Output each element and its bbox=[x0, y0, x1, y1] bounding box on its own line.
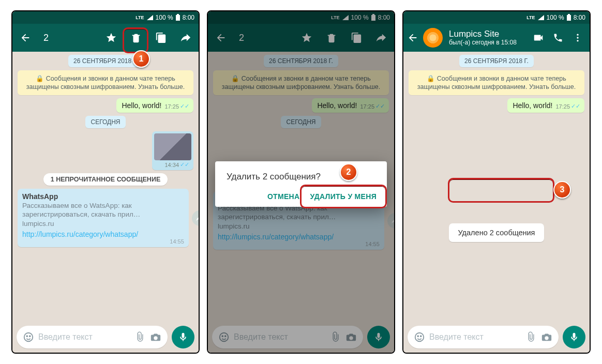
delete-dialog: Удалить 2 сообщения? ОТМЕНА УДАЛИТЬ У МЕ… bbox=[215, 161, 387, 207]
svg-rect-0 bbox=[176, 15, 180, 21]
message-text: Hello, world! bbox=[122, 101, 161, 110]
battery-icon bbox=[566, 14, 571, 21]
read-ticks-icon: ✓✓ bbox=[180, 161, 189, 168]
battery-icon bbox=[175, 14, 180, 21]
callout-badge-2: 2 bbox=[340, 163, 357, 181]
deletion-toast: Удалено 2 сообщения bbox=[449, 223, 545, 242]
message-input-bar: Введите текст bbox=[408, 326, 585, 348]
svg-point-4 bbox=[29, 336, 31, 337]
message-time: 17:25✓✓ bbox=[555, 103, 580, 110]
callout-badge-3: 3 bbox=[553, 181, 571, 199]
svg-rect-10 bbox=[567, 15, 571, 21]
battery-percent: 100 % bbox=[547, 14, 564, 21]
forward-button[interactable] bbox=[176, 28, 195, 48]
dialog-cancel-button[interactable]: ОТМЕНА bbox=[267, 192, 299, 201]
status-bar: LTE 100 % 8:00 bbox=[12, 11, 199, 24]
message-image-selected[interactable]: 14:34✓✓ bbox=[152, 131, 193, 170]
mic-button[interactable] bbox=[563, 326, 585, 348]
emoji-icon[interactable] bbox=[21, 331, 36, 343]
chat-header[interactable]: Lumpics Site был(-а) сегодня в 15:08 bbox=[403, 24, 590, 52]
selection-count: 2 bbox=[43, 33, 96, 43]
mic-button[interactable] bbox=[172, 326, 194, 348]
phone-screenshot-2: LTE 100 % 8:00 2 26 СЕНТЯБРЯ 2018 Г. 🔒 С… bbox=[207, 10, 395, 354]
message-time: 14:55 bbox=[22, 238, 184, 245]
copy-button[interactable] bbox=[151, 28, 171, 48]
encryption-notice[interactable]: 🔒 Сообщения и звонки в данном чате тепер… bbox=[409, 70, 584, 95]
contact-status: был(-а) сегодня в 15:08 bbox=[449, 39, 525, 46]
message-text: Hello, world! bbox=[513, 101, 552, 110]
message-input[interactable]: Введите текст bbox=[17, 326, 168, 348]
message-input[interactable]: Введите текст bbox=[408, 326, 559, 348]
contact-name: Lumpics Site bbox=[449, 29, 525, 39]
attach-icon[interactable] bbox=[523, 331, 539, 343]
svg-point-3 bbox=[26, 336, 27, 337]
input-placeholder: Введите текст bbox=[427, 332, 523, 342]
svg-point-17 bbox=[420, 336, 422, 337]
lte-icon: LTE bbox=[526, 16, 535, 20]
video-call-button[interactable] bbox=[529, 28, 548, 48]
message-in-selected[interactable]: WhatsApp Рассказываем все о WatsApp: как… bbox=[18, 189, 189, 247]
link-description: Рассказываем все о WatsApp: как зарегист… bbox=[22, 201, 184, 219]
message-out[interactable]: Hello, world! 17:25✓✓ bbox=[507, 98, 584, 113]
avatar[interactable] bbox=[423, 28, 443, 48]
svg-point-13 bbox=[577, 37, 578, 38]
svg-point-12 bbox=[577, 34, 578, 36]
camera-icon[interactable] bbox=[148, 331, 163, 343]
back-button[interactable] bbox=[16, 28, 35, 48]
voice-call-button[interactable] bbox=[548, 28, 568, 48]
forward-quick-icon[interactable] bbox=[192, 210, 199, 226]
message-link[interactable]: http://lumpics.ru/category/whatsapp/ bbox=[22, 230, 184, 238]
status-bar: LTE 100 % 8:00 bbox=[403, 11, 590, 24]
camera-icon[interactable] bbox=[539, 331, 554, 343]
message-out[interactable]: Hello, world! 17:25✓✓ bbox=[116, 98, 193, 113]
link-title: WhatsApp bbox=[22, 192, 184, 201]
date-chip: 26 СЕНТЯБРЯ 2018 Г. bbox=[68, 55, 143, 67]
signal-icon bbox=[537, 14, 545, 21]
image-thumbnail bbox=[154, 133, 191, 160]
svg-rect-11 bbox=[568, 14, 570, 15]
chat-body: 26 СЕНТЯБРЯ 2018 Г. 🔒 Сообщения и звонки… bbox=[12, 52, 199, 353]
star-button[interactable] bbox=[101, 28, 121, 48]
encryption-notice[interactable]: 🔒 Сообщения и звонки в данном чате тепер… bbox=[18, 70, 193, 95]
read-ticks-icon: ✓✓ bbox=[180, 103, 189, 110]
phone-screenshot-1: LTE 100 % 8:00 2 26 СЕНТЯБРЯ 2018 Г. 🔒 С… bbox=[11, 10, 200, 354]
callout-badge-1: 1 bbox=[132, 50, 150, 68]
svg-point-16 bbox=[417, 336, 418, 337]
message-input-bar: Введите текст bbox=[17, 326, 194, 348]
date-chip: 26 СЕНТЯБРЯ 2018 Г. bbox=[459, 55, 534, 67]
chat-body: 26 СЕНТЯБРЯ 2018 Г. 🔒 Сообщения и звонки… bbox=[403, 52, 590, 353]
today-chip: СЕГОДНЯ bbox=[85, 116, 125, 128]
link-domain: lumpics.ru bbox=[22, 219, 184, 228]
emoji-icon[interactable] bbox=[412, 331, 427, 343]
dialog-confirm-button[interactable]: УДАЛИТЬ У МЕНЯ bbox=[310, 192, 377, 201]
svg-point-2 bbox=[24, 333, 33, 342]
signal-icon bbox=[146, 14, 154, 21]
clock: 8:00 bbox=[574, 14, 585, 21]
lte-icon: LTE bbox=[136, 16, 144, 20]
attach-icon[interactable] bbox=[132, 331, 148, 343]
message-time: 14:34✓✓ bbox=[154, 160, 191, 169]
svg-rect-1 bbox=[177, 14, 179, 15]
read-ticks-icon: ✓✓ bbox=[571, 103, 580, 110]
selection-action-bar: 2 bbox=[12, 24, 199, 52]
delete-button[interactable] bbox=[126, 28, 146, 48]
clock: 8:00 bbox=[183, 14, 194, 21]
svg-point-14 bbox=[577, 40, 578, 41]
more-button[interactable] bbox=[568, 28, 588, 48]
svg-point-15 bbox=[415, 333, 424, 342]
battery-percent: 100 % bbox=[156, 14, 173, 21]
back-button[interactable] bbox=[405, 32, 420, 43]
unread-divider: 1 НЕПРОЧИТАННОЕ СООБЩЕНИЕ bbox=[43, 173, 168, 186]
message-time: 17:25✓✓ bbox=[164, 103, 189, 110]
input-placeholder: Введите текст bbox=[36, 332, 132, 342]
phone-screenshot-3: LTE 100 % 8:00 Lumpics Site был(-а) сего… bbox=[402, 10, 591, 354]
